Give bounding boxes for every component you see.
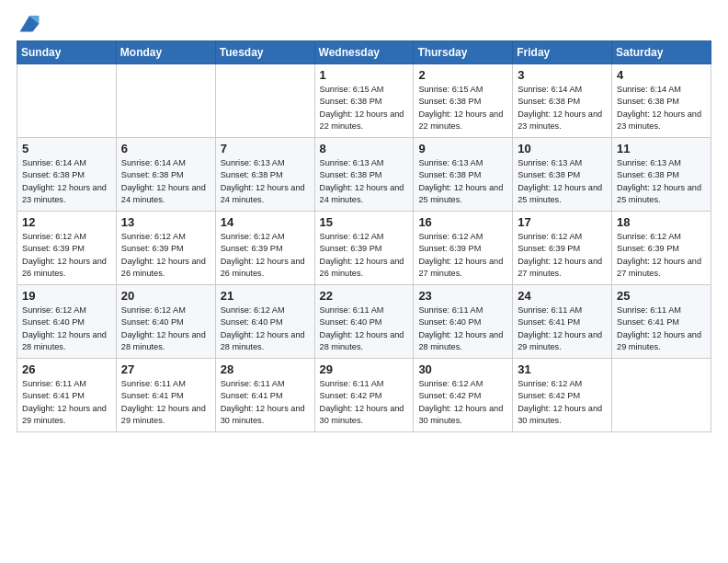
day-number: 22 [320, 289, 410, 303]
day-number: 26 [22, 362, 112, 376]
day-info: Sunrise: 6:12 AM Sunset: 6:40 PM Dayligh… [121, 304, 211, 353]
day-cell [215, 64, 314, 138]
day-cell: 23Sunrise: 6:11 AM Sunset: 6:40 PM Dayli… [414, 285, 513, 359]
day-number: 8 [320, 142, 410, 155]
day-info: Sunrise: 6:11 AM Sunset: 6:41 PM Dayligh… [617, 304, 707, 353]
page: SundayMondayTuesdayWednesdayThursdayFrid… [0, 0, 728, 563]
day-cell: 30Sunrise: 6:12 AM Sunset: 6:42 PM Dayli… [414, 359, 513, 432]
day-cell: 31Sunrise: 6:12 AM Sunset: 6:42 PM Dayli… [513, 359, 612, 432]
header-cell-sunday: Sunday [17, 41, 117, 64]
day-number: 4 [617, 68, 707, 82]
day-cell: 19Sunrise: 6:12 AM Sunset: 6:40 PM Dayli… [17, 285, 117, 359]
day-number: 20 [121, 289, 211, 303]
day-info: Sunrise: 6:12 AM Sunset: 6:39 PM Dayligh… [617, 231, 707, 280]
day-info: Sunrise: 6:11 AM Sunset: 6:42 PM Dayligh… [320, 378, 410, 427]
day-info: Sunrise: 6:12 AM Sunset: 6:42 PM Dayligh… [418, 378, 508, 427]
day-cell: 3Sunrise: 6:14 AM Sunset: 6:38 PM Daylig… [513, 64, 612, 138]
day-info: Sunrise: 6:15 AM Sunset: 6:38 PM Dayligh… [418, 84, 508, 132]
day-number: 30 [418, 362, 508, 376]
day-number: 28 [221, 362, 311, 376]
day-number: 2 [418, 68, 508, 82]
day-cell: 28Sunrise: 6:11 AM Sunset: 6:41 PM Dayli… [215, 359, 314, 432]
day-info: Sunrise: 6:12 AM Sunset: 6:39 PM Dayligh… [22, 231, 112, 280]
day-number: 12 [22, 215, 112, 229]
week-row-3: 19Sunrise: 6:12 AM Sunset: 6:40 PM Dayli… [17, 285, 711, 359]
header-cell-thursday: Thursday [414, 41, 513, 64]
day-number: 19 [22, 289, 112, 303]
day-info: Sunrise: 6:14 AM Sunset: 6:38 PM Dayligh… [617, 84, 707, 132]
header-row: SundayMondayTuesdayWednesdayThursdayFrid… [17, 41, 711, 64]
day-number: 7 [221, 142, 311, 155]
day-cell: 25Sunrise: 6:11 AM Sunset: 6:41 PM Dayli… [612, 285, 711, 359]
day-info: Sunrise: 6:11 AM Sunset: 6:40 PM Dayligh… [418, 304, 508, 353]
day-info: Sunrise: 6:11 AM Sunset: 6:41 PM Dayligh… [121, 378, 211, 427]
day-cell: 4Sunrise: 6:14 AM Sunset: 6:38 PM Daylig… [612, 64, 711, 138]
day-info: Sunrise: 6:13 AM Sunset: 6:38 PM Dayligh… [221, 157, 311, 206]
day-cell: 11Sunrise: 6:13 AM Sunset: 6:38 PM Dayli… [612, 138, 711, 212]
day-info: Sunrise: 6:12 AM Sunset: 6:39 PM Dayligh… [221, 231, 311, 280]
header-cell-tuesday: Tuesday [215, 41, 314, 64]
day-cell: 7Sunrise: 6:13 AM Sunset: 6:38 PM Daylig… [215, 138, 314, 212]
day-number: 5 [22, 142, 112, 155]
day-cell: 6Sunrise: 6:14 AM Sunset: 6:38 PM Daylig… [116, 138, 215, 212]
logo-icon [17, 9, 42, 35]
day-cell: 10Sunrise: 6:13 AM Sunset: 6:38 PM Dayli… [513, 138, 612, 212]
day-info: Sunrise: 6:14 AM Sunset: 6:38 PM Dayligh… [22, 157, 112, 206]
day-info: Sunrise: 6:15 AM Sunset: 6:38 PM Dayligh… [320, 84, 410, 132]
day-info: Sunrise: 6:14 AM Sunset: 6:38 PM Dayligh… [121, 157, 211, 206]
day-number: 11 [617, 142, 707, 155]
day-info: Sunrise: 6:12 AM Sunset: 6:39 PM Dayligh… [518, 231, 608, 280]
day-cell: 27Sunrise: 6:11 AM Sunset: 6:41 PM Dayli… [116, 359, 215, 432]
header-cell-friday: Friday [513, 41, 612, 64]
day-cell: 14Sunrise: 6:12 AM Sunset: 6:39 PM Dayli… [215, 212, 314, 285]
day-info: Sunrise: 6:12 AM Sunset: 6:42 PM Dayligh… [518, 378, 608, 427]
day-cell [116, 64, 215, 138]
day-cell: 24Sunrise: 6:11 AM Sunset: 6:41 PM Dayli… [513, 285, 612, 359]
day-info: Sunrise: 6:12 AM Sunset: 6:39 PM Dayligh… [418, 231, 508, 280]
calendar-body: 1Sunrise: 6:15 AM Sunset: 6:38 PM Daylig… [17, 64, 711, 432]
day-cell: 2Sunrise: 6:15 AM Sunset: 6:38 PM Daylig… [414, 64, 513, 138]
header-cell-monday: Monday [116, 41, 215, 64]
day-cell: 5Sunrise: 6:14 AM Sunset: 6:38 PM Daylig… [17, 138, 117, 212]
day-cell: 8Sunrise: 6:13 AM Sunset: 6:38 PM Daylig… [314, 138, 414, 212]
calendar-header: SundayMondayTuesdayWednesdayThursdayFrid… [17, 41, 711, 64]
day-cell: 20Sunrise: 6:12 AM Sunset: 6:40 PM Dayli… [116, 285, 215, 359]
day-cell: 9Sunrise: 6:13 AM Sunset: 6:38 PM Daylig… [414, 138, 513, 212]
header [17, 9, 711, 35]
day-number: 9 [418, 142, 508, 155]
day-info: Sunrise: 6:13 AM Sunset: 6:38 PM Dayligh… [418, 157, 508, 206]
day-cell: 26Sunrise: 6:11 AM Sunset: 6:41 PM Dayli… [17, 359, 117, 432]
day-cell: 13Sunrise: 6:12 AM Sunset: 6:39 PM Dayli… [116, 212, 215, 285]
week-row-2: 12Sunrise: 6:12 AM Sunset: 6:39 PM Dayli… [17, 212, 711, 285]
day-number: 25 [617, 289, 707, 303]
day-info: Sunrise: 6:11 AM Sunset: 6:40 PM Dayligh… [320, 304, 410, 353]
day-info: Sunrise: 6:11 AM Sunset: 6:41 PM Dayligh… [22, 378, 112, 427]
day-cell: 16Sunrise: 6:12 AM Sunset: 6:39 PM Dayli… [414, 212, 513, 285]
day-number: 21 [221, 289, 311, 303]
day-number: 13 [121, 215, 211, 229]
header-cell-saturday: Saturday [612, 41, 711, 64]
day-number: 6 [121, 142, 211, 155]
day-number: 23 [418, 289, 508, 303]
day-number: 16 [418, 215, 508, 229]
logo [17, 9, 46, 35]
calendar-table: SundayMondayTuesdayWednesdayThursdayFrid… [17, 40, 711, 432]
day-info: Sunrise: 6:12 AM Sunset: 6:40 PM Dayligh… [221, 304, 311, 353]
day-cell: 1Sunrise: 6:15 AM Sunset: 6:38 PM Daylig… [314, 64, 414, 138]
day-info: Sunrise: 6:11 AM Sunset: 6:41 PM Dayligh… [518, 304, 608, 353]
day-cell [17, 64, 117, 138]
day-cell: 15Sunrise: 6:12 AM Sunset: 6:39 PM Dayli… [314, 212, 414, 285]
day-number: 17 [518, 215, 608, 229]
day-cell: 29Sunrise: 6:11 AM Sunset: 6:42 PM Dayli… [314, 359, 414, 432]
day-cell: 18Sunrise: 6:12 AM Sunset: 6:39 PM Dayli… [612, 212, 711, 285]
day-info: Sunrise: 6:13 AM Sunset: 6:38 PM Dayligh… [320, 157, 410, 206]
week-row-0: 1Sunrise: 6:15 AM Sunset: 6:38 PM Daylig… [17, 64, 711, 138]
day-info: Sunrise: 6:13 AM Sunset: 6:38 PM Dayligh… [518, 157, 608, 206]
day-number: 31 [518, 362, 608, 376]
day-number: 14 [221, 215, 311, 229]
day-info: Sunrise: 6:14 AM Sunset: 6:38 PM Dayligh… [518, 84, 608, 132]
day-cell: 12Sunrise: 6:12 AM Sunset: 6:39 PM Dayli… [17, 212, 117, 285]
day-number: 29 [320, 362, 410, 376]
day-info: Sunrise: 6:11 AM Sunset: 6:41 PM Dayligh… [221, 378, 311, 427]
day-number: 24 [518, 289, 608, 303]
